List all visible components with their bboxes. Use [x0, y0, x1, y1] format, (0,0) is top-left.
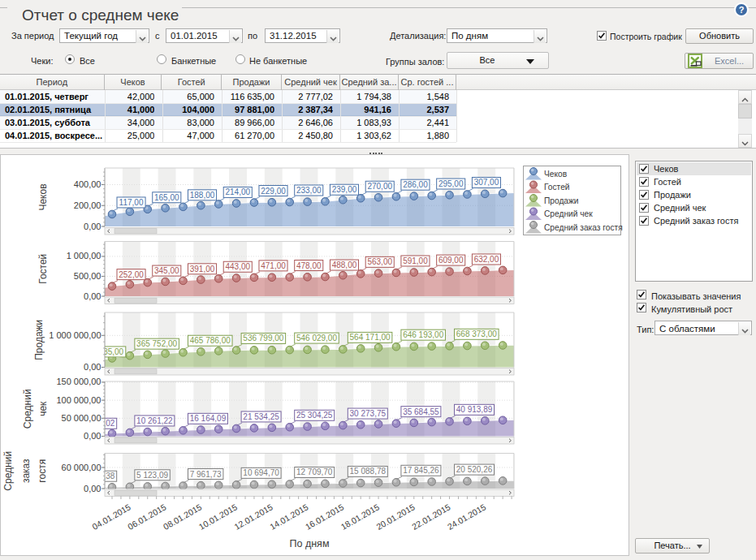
svg-text:16 164,09: 16 164,09 — [190, 414, 227, 423]
svg-text:Гостей: Гостей — [37, 254, 49, 284]
svg-text:60 000,00: 60 000,00 — [62, 463, 102, 472]
svg-text:10 694,70: 10 694,70 — [243, 468, 279, 477]
svg-text:чек: чек — [37, 401, 49, 416]
svg-text:Гостей: Гостей — [544, 183, 570, 192]
svg-text:Чеков: Чеков — [37, 183, 49, 210]
svg-text:632,00: 632,00 — [474, 255, 499, 264]
svg-text:668 373,00: 668 373,00 — [456, 330, 497, 338]
svg-text:563,00: 563,00 — [367, 257, 392, 266]
svg-text:117,00: 117,00 — [119, 198, 144, 207]
svg-text:500,00: 500,00 — [74, 271, 102, 281]
svg-text:471,00: 471,00 — [261, 261, 286, 270]
svg-text:391,00: 391,00 — [190, 265, 215, 274]
svg-text:гостя: гостя — [37, 459, 48, 483]
svg-text:286,00: 286,00 — [403, 180, 428, 189]
svg-text:400,00: 400,00 — [74, 179, 102, 189]
svg-text:30 273,75: 30 273,75 — [350, 409, 387, 418]
svg-text:Продажи: Продажи — [544, 196, 579, 205]
svg-text:239,00: 239,00 — [332, 185, 357, 194]
svg-text:35 684,55: 35 684,55 — [403, 407, 439, 416]
svg-text:345,00: 345,00 — [154, 266, 179, 275]
svg-text:17 845,26: 17 845,26 — [403, 466, 439, 475]
svg-text:0,00: 0,00 — [84, 431, 101, 441]
svg-text:270,00: 270,00 — [367, 182, 392, 191]
svg-text:307,00: 307,00 — [474, 178, 499, 187]
svg-text:165,00: 165,00 — [154, 193, 179, 202]
svg-text:50 000,00: 50 000,00 — [62, 413, 102, 423]
svg-text:0,00: 0,00 — [84, 222, 101, 231]
svg-text:20 520,26: 20 520,26 — [456, 465, 493, 474]
svg-text:1 000,00: 1 000,00 — [67, 251, 102, 261]
svg-text:12 709,70: 12 709,70 — [296, 467, 333, 476]
svg-text:443,00: 443,00 — [225, 262, 250, 271]
svg-text:0,00: 0,00 — [84, 291, 101, 301]
svg-text:646 193,00: 646 193,00 — [403, 330, 443, 339]
svg-text:536 799,00: 536 799,00 — [243, 334, 283, 342]
svg-text:7 961,73: 7 961,73 — [190, 470, 222, 479]
svg-text:Средний заказ гостя: Средний заказ гостя — [544, 223, 623, 232]
svg-text:214,00: 214,00 — [225, 187, 250, 196]
svg-text:609,00: 609,00 — [438, 256, 464, 265]
svg-text:21 534,25: 21 534,25 — [243, 412, 279, 421]
svg-text:Средний чек: Средний чек — [544, 209, 593, 218]
svg-text:100 000,00: 100 000,00 — [56, 395, 101, 405]
svg-text:заказ: заказ — [20, 459, 32, 483]
svg-text:Продажи: Продажи — [33, 320, 45, 360]
svg-text:40 913,89: 40 913,89 — [456, 405, 493, 414]
svg-text:0,00: 0,00 — [84, 484, 101, 493]
svg-text:591,00: 591,00 — [403, 256, 428, 265]
svg-text:1 000 000,00: 1 000 000,00 — [49, 330, 101, 340]
svg-text:Чеков: Чеков — [544, 170, 567, 179]
svg-text:10 261,22: 10 261,22 — [136, 416, 173, 425]
svg-text:465 786,00: 465 786,00 — [190, 336, 231, 345]
svg-text:Средний: Средний — [2, 451, 14, 491]
svg-text:25 304,25: 25 304,25 — [296, 411, 333, 420]
svg-text:188,00: 188,00 — [190, 191, 215, 200]
svg-text:5 123,09: 5 123,09 — [136, 471, 168, 480]
svg-text:200,00: 200,00 — [74, 200, 102, 210]
svg-text:Средний: Средний — [22, 389, 33, 429]
svg-text:233,00: 233,00 — [296, 186, 322, 195]
svg-text:295,00: 295,00 — [438, 179, 464, 188]
svg-text:564 171,00: 564 171,00 — [350, 333, 391, 342]
svg-text:488,00: 488,00 — [332, 261, 357, 269]
svg-text:По дням: По дням — [290, 538, 330, 549]
svg-text:0,00: 0,00 — [84, 362, 101, 372]
svg-text:229,00: 229,00 — [261, 187, 286, 196]
svg-text:478,00: 478,00 — [296, 261, 322, 270]
svg-text:150 000,00: 150 000,00 — [56, 377, 101, 386]
svg-text:365 752,00: 365 752,00 — [136, 339, 177, 348]
svg-text:252,00: 252,00 — [119, 270, 144, 279]
svg-text:546 029,00: 546 029,00 — [296, 334, 337, 342]
svg-text:15 088,78: 15 088,78 — [350, 467, 387, 476]
